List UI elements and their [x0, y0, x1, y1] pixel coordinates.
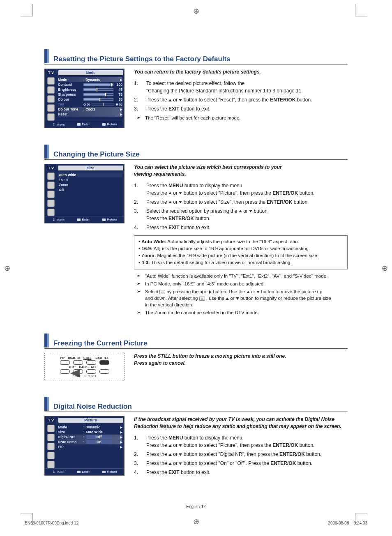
remote-button	[99, 369, 109, 374]
remote-diagram: PIP DUAL I-II STILL SUBTITLE TEX	[44, 353, 125, 380]
osd-picture-menu: T V Picture Mo	[44, 416, 125, 476]
note-item: ➣The "Reset" will be set for each pictur…	[136, 115, 348, 121]
remote-button	[86, 360, 96, 365]
up-arrow-icon	[239, 210, 242, 212]
remote-button	[73, 360, 83, 365]
steps-list: Press the MENU button to display the men…	[134, 433, 348, 477]
osd-tv-label: T V	[45, 69, 57, 76]
chevron-right-icon: ▶	[120, 113, 122, 116]
arrow-icon: ➣	[136, 288, 141, 295]
up-arrow-icon	[168, 201, 172, 203]
osd-list-item: Auto Wide	[58, 173, 122, 177]
osd-enter-hint: Enter	[77, 470, 90, 474]
note-item: ➣ Select ▭ by pressing the or button. Us…	[136, 288, 348, 308]
crop-mark	[21, 4, 33, 16]
steps-list: Press the MENU button to display the men…	[134, 181, 348, 232]
section-intro: You can return to the factory defaults p…	[134, 69, 348, 76]
definitions-box: Auto Wide: Automatically adjusts the pic…	[134, 235, 348, 269]
osd-list-item: 4:3	[58, 187, 122, 192]
callout-arrow-icon	[70, 369, 80, 377]
chevron-right-icon: ▶	[120, 440, 122, 444]
osd-icon	[47, 443, 55, 450]
chevron-right-icon: ▶	[120, 445, 122, 449]
chevron-right-icon: ▶	[120, 430, 122, 434]
section-intro: If the broadcast signal received by your…	[134, 416, 348, 430]
osd-mode-menu: T V Mode Mode:	[44, 69, 125, 128]
section-freezing: Freezing the Current Picture PIP DUAL I-…	[44, 334, 348, 380]
osd-menu-title: Picture	[58, 418, 123, 423]
registration-mark-icon: ⊕	[4, 264, 10, 273]
osd-icon	[47, 209, 55, 216]
osd-icon	[47, 452, 55, 459]
up-arrow-icon	[168, 462, 172, 465]
print-footer: BN68-01007R-00Eng.indd 12 2006-08-08 9:2…	[25, 521, 367, 525]
step-item: Press the EXIT button to exit.	[134, 468, 348, 477]
osd-menu-title: Size	[58, 166, 123, 170]
osd-icon	[47, 86, 55, 94]
osd-list-item: 16 : 9	[58, 177, 122, 182]
zoom-icon: ▭	[159, 290, 165, 294]
down-arrow-icon	[236, 297, 239, 300]
section-bar-icon	[44, 334, 49, 347]
osd-size-menu: T V Size Auto	[44, 164, 125, 223]
osd-icon	[47, 425, 55, 432]
osd-icon	[47, 95, 55, 103]
arrow-icon: ➣	[136, 273, 141, 279]
up-arrow-icon	[168, 444, 172, 447]
osd-icon	[47, 434, 55, 441]
osd-move-hint: Move	[52, 218, 65, 222]
note-item: ➣In PC Mode, only "16:9" and "4:3" mode …	[136, 281, 348, 287]
footer-file: BN68-01007R-00Eng.indd 12	[25, 521, 78, 525]
remote-button	[60, 369, 70, 374]
step-item: Press the MENU button to display the men…	[134, 433, 348, 450]
osd-icon	[47, 104, 55, 112]
osd-tv-label: T V	[45, 164, 57, 172]
section-intro: Press the STILL button to freeze a movin…	[134, 353, 348, 367]
osd-icon	[47, 191, 55, 198]
osd-return-hint: Return	[102, 218, 117, 222]
osd-icon	[47, 182, 55, 189]
chevron-right-icon: ▶	[120, 78, 122, 82]
down-arrow-icon	[249, 210, 252, 212]
chevron-right-icon: ▶	[120, 426, 122, 429]
osd-icon	[47, 113, 55, 121]
step-item: Press the or button to select "Size", th…	[134, 198, 348, 207]
arrow-icon: ➣	[136, 281, 141, 287]
page-number: English-12	[186, 504, 205, 509]
up-arrow-icon	[168, 453, 172, 456]
remote-button	[86, 369, 96, 374]
step-item: Press the or button to select "Digital N…	[134, 450, 348, 459]
arrow-icon: ➣	[136, 115, 141, 121]
note-item: ➣The Zoom mode cannot be selected in the…	[136, 309, 348, 316]
osd-tv-label: T V	[45, 416, 57, 424]
section-title: Resetting the Picture Settings to the Fa…	[53, 55, 231, 63]
osd-return-hint: Return	[102, 122, 117, 127]
down-arrow-icon	[256, 291, 260, 293]
osd-enter-hint: Enter	[77, 122, 90, 127]
steps-list: To select the desired picture effect, fo…	[134, 79, 348, 113]
osd-icon	[47, 77, 55, 85]
section-title: Freezing the Current Picture	[53, 339, 148, 347]
section-intro: You can select the picture size which be…	[134, 164, 348, 178]
step-item: Press the MENU button to display the men…	[134, 181, 348, 198]
section-title: Changing the Picture Size	[53, 150, 140, 159]
osd-move-hint: Move	[52, 122, 65, 127]
osd-icon	[47, 200, 55, 207]
step-item: Press the EXIT button to exit.	[134, 104, 348, 113]
section-bar-icon	[44, 397, 49, 411]
osd-enter-hint: Enter	[77, 218, 90, 222]
chevron-right-icon: ▶	[120, 435, 122, 439]
osd-icon	[47, 173, 55, 180]
osd-sidebar-icons	[45, 424, 57, 468]
up-arrow-icon	[168, 192, 172, 194]
section-bar-icon	[44, 49, 49, 63]
registration-mark-icon: ⊕	[193, 7, 199, 16]
section-factory-defaults: Resetting the Picture Settings to the Fa…	[44, 49, 348, 128]
osd-icon	[47, 461, 55, 468]
step-item: Press the or button to select "Reset", t…	[134, 95, 348, 104]
section-bar-icon	[44, 145, 49, 159]
registration-mark-icon: ⊕	[382, 264, 388, 273]
up-arrow-icon	[247, 291, 250, 293]
step-item: Press the or button to select "On" or "O…	[134, 459, 348, 468]
osd-sidebar-icons	[45, 76, 57, 121]
